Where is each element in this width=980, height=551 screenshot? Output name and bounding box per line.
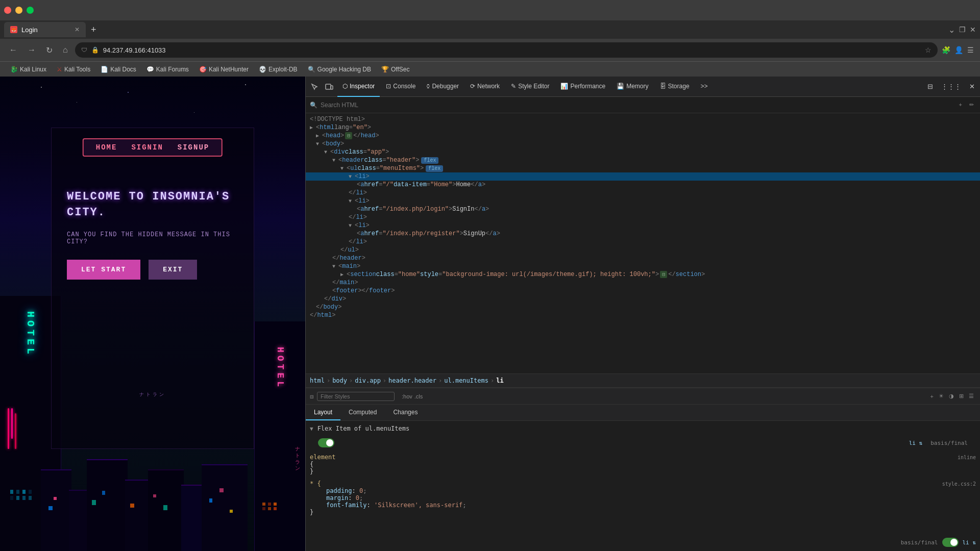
- tree-body-close[interactable]: </body>: [306, 303, 980, 311]
- toggle-print[interactable]: ⊞: [957, 392, 966, 400]
- let-start-button[interactable]: LET START: [67, 260, 140, 280]
- nav-signin[interactable]: SIGNIN: [131, 143, 163, 152]
- browser-tab-login[interactable]: 🦊 Login ✕: [4, 22, 86, 37]
- window-maximize[interactable]: [27, 7, 34, 14]
- styles-tab-computed[interactable]: Computed: [340, 405, 385, 420]
- tree-ul-menuitems[interactable]: ▼ <ul class="menuItems" > flex: [306, 164, 980, 172]
- tree-li-2-close[interactable]: </li>: [306, 213, 980, 221]
- tree-li-3-close[interactable]: </li>: [306, 238, 980, 246]
- tab-debugger[interactable]: ⧲ Debugger: [422, 77, 464, 97]
- tree-div-app-close[interactable]: </div>: [306, 295, 980, 303]
- tree-header[interactable]: ▼ <header class="header" > flex: [306, 156, 980, 164]
- hov-toggle[interactable]: :hov: [402, 393, 412, 399]
- tree-html[interactable]: ▶ <html lang="en" >: [306, 123, 980, 132]
- devtools-responsive[interactable]: [322, 81, 336, 92]
- tree-a-signin[interactable]: <a href="/index.php/login" >SignIn</a>: [306, 205, 980, 213]
- window-close-button[interactable]: ✕: [970, 26, 976, 34]
- tree-header-close[interactable]: </header>: [306, 254, 980, 262]
- breadcrumb-html[interactable]: html: [310, 377, 325, 384]
- hotel-sign-left: HOTEL: [24, 311, 36, 357]
- toggle-contrast[interactable]: ◑: [947, 392, 956, 400]
- devtools-dock-button[interactable]: ⊟: [924, 81, 936, 92]
- bookmark-kali-linux[interactable]: 🐉 Kali Linux: [6, 65, 51, 74]
- tree-ul-close[interactable]: </ul>: [306, 246, 980, 254]
- styles-tab-changes[interactable]: Changes: [385, 405, 426, 420]
- window-list-button[interactable]: ⌄: [948, 25, 955, 35]
- devtools-pick-element[interactable]: [308, 81, 321, 92]
- window-restore-button[interactable]: ❐: [959, 26, 966, 34]
- basis-toggle[interactable]: [942, 538, 959, 547]
- tree-div-app[interactable]: ▼ <div class="app" >: [306, 148, 980, 156]
- styles-tab-layout[interactable]: Layout: [306, 405, 340, 420]
- toggle-dark-light[interactable]: ☀: [937, 392, 946, 400]
- html-search-input[interactable]: [321, 102, 954, 109]
- bookmark-ghdb[interactable]: 🔍 Google Hacking DB: [304, 65, 375, 74]
- tab-memory[interactable]: 💾 Memory: [611, 77, 653, 97]
- home-button[interactable]: ⌂: [60, 43, 71, 57]
- bookmark-kali-docs[interactable]: 📄 Kali Docs: [96, 65, 140, 74]
- devtools-close-button[interactable]: ✕: [966, 81, 978, 92]
- toggle-btn-add[interactable]: +: [928, 392, 936, 400]
- breadcrumb-ul[interactable]: ul.menuItems: [444, 377, 488, 384]
- extensions-button[interactable]: 🧩: [942, 46, 950, 54]
- menu-button[interactable]: ☰: [967, 46, 974, 54]
- nav-signup[interactable]: SIGNUP: [178, 143, 209, 152]
- exit-button[interactable]: EXIT: [149, 260, 197, 280]
- new-tab-button[interactable]: +: [88, 24, 100, 35]
- tree-body-open[interactable]: ▼ <body>: [306, 140, 980, 148]
- tab-more[interactable]: >>: [696, 77, 713, 97]
- flex-toggle[interactable]: [318, 438, 334, 447]
- tree-li-1[interactable]: ▼ <li>: [306, 172, 980, 181]
- devtools-options-button[interactable]: ⋮⋮⋮: [938, 81, 964, 92]
- tab-title: Login: [21, 26, 38, 34]
- tree-main-close[interactable]: </main>: [306, 279, 980, 287]
- add-node-button[interactable]: +: [957, 101, 964, 109]
- filter-icon: ⧈: [310, 393, 314, 400]
- basis-final-label: basis/final: [930, 440, 968, 446]
- tab-storage[interactable]: 🗄 Storage: [655, 77, 695, 97]
- tab-performance[interactable]: 📊 Performance: [555, 77, 610, 97]
- breadcrumb-header[interactable]: header.header: [388, 377, 436, 384]
- tab-network[interactable]: ⟳ Network: [465, 77, 505, 97]
- bookmark-kali-forums[interactable]: 💬 Kali Forums: [142, 65, 193, 74]
- tree-a-signup[interactable]: <a href="/index.php/register" >SignUp</a…: [306, 230, 980, 238]
- tab-console[interactable]: ⊡ Console: [381, 77, 421, 97]
- tree-footer[interactable]: <footer></footer>: [306, 287, 980, 295]
- toggle-rules-view[interactable]: ☰: [967, 392, 976, 400]
- city-label-right: ナトラン: [293, 443, 300, 469]
- bookmark-nethunter[interactable]: 🎯 Kali NetHunter: [195, 65, 253, 74]
- tree-a-home[interactable]: <a href="/" data-item="Home" >Home</a>: [306, 181, 980, 189]
- tree-html-close[interactable]: </html>: [306, 311, 980, 319]
- window-minimize[interactable]: [15, 7, 22, 14]
- tree-head[interactable]: ▶ <head> ⊟ </head>: [306, 132, 980, 140]
- breadcrumb-div[interactable]: div.app: [355, 377, 381, 384]
- tree-main[interactable]: ▼ <main>: [306, 262, 980, 270]
- forward-button[interactable]: →: [24, 43, 39, 57]
- main-area: HOTEL HOTEL: [0, 77, 980, 551]
- reload-button[interactable]: ↻: [43, 43, 56, 57]
- bookmark-button[interactable]: ☆: [925, 46, 932, 54]
- tree-li-1-close[interactable]: </li>: [306, 189, 980, 197]
- bookmark-exploitdb[interactable]: 💀 Exploit-DB: [255, 65, 302, 74]
- breadcrumb-li[interactable]: li: [496, 377, 503, 384]
- bookmark-kali-tools[interactable]: ⚔ Kali Tools: [53, 65, 94, 74]
- tree-doctype[interactable]: <!DOCTYPE html>: [306, 115, 980, 123]
- cls-toggle[interactable]: .cls: [414, 393, 423, 399]
- window-close[interactable]: [4, 7, 11, 14]
- tab-inspector[interactable]: ⬡ Inspector: [337, 77, 380, 97]
- tree-section[interactable]: ▶ <section class="home" style="backgroun…: [306, 270, 980, 279]
- tree-li-2[interactable]: ▼ <li>: [306, 197, 980, 205]
- lock-icon: 🔒: [91, 46, 99, 54]
- address-bar[interactable]: 🛡 🔒 94.237.49.166:41033 ☆: [75, 42, 938, 58]
- tree-li-3[interactable]: ▼ <li>: [306, 221, 980, 230]
- filter-styles-input[interactable]: [317, 392, 395, 401]
- breadcrumb-body[interactable]: body: [332, 377, 347, 384]
- bookmark-offsec[interactable]: 🏆 OffSec: [377, 65, 413, 74]
- back-button[interactable]: ←: [6, 43, 20, 57]
- website-panel: HOTEL HOTEL: [0, 77, 305, 551]
- tab-style-editor[interactable]: ✎ Style Editor: [506, 77, 554, 97]
- nav-home[interactable]: HOME: [96, 143, 117, 152]
- profile-button[interactable]: 👤: [954, 46, 963, 54]
- tab-close-button[interactable]: ✕: [75, 26, 80, 33]
- edit-html-button[interactable]: ✏: [967, 101, 976, 109]
